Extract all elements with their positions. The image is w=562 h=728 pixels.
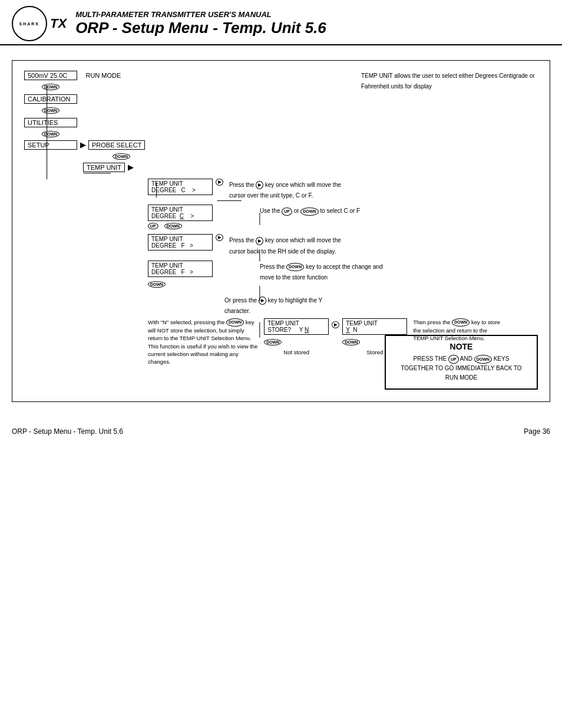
note-content: PRESS THE UP AND DOWN KEYS TOGETHER TO G… — [398, 354, 525, 383]
enter-btn-store: ▶ — [332, 321, 339, 328]
desc-4-block: Press the DOWN key to accept the change … — [260, 261, 389, 282]
desc-1-text: Press the ▶ key once which will move the… — [229, 182, 341, 199]
enter-arrow-2: ▶ — [128, 163, 133, 172]
footer-left: ORP - Setup Menu - Temp. Unit 5.6 — [12, 427, 123, 436]
logo-text: SHARK — [19, 22, 40, 26]
calibration-item: CALIBRATION — [24, 94, 77, 104]
desc-1-block: Press the ▶ key once which will move the… — [229, 179, 347, 200]
enter-btn-2: ▶ — [216, 234, 223, 241]
down-btn-lcd2: DOWN — [164, 223, 182, 229]
lcd-4-line2: DEGREE F > — [151, 269, 209, 275]
lcd-5: TEMP UNIT STORE? Y N — [264, 318, 329, 335]
lcd-1-line2: DEGREE C > — [151, 187, 209, 193]
lcd-2-line1: TEMP UNIT — [151, 206, 209, 213]
desc-5-text: Or press the ▶ key to highlight the Y ch… — [224, 297, 322, 314]
lcd-4-line1: TEMP UNIT — [151, 262, 209, 269]
down-btn-inline: DOWN — [300, 207, 318, 216]
page-footer: ORP - Setup Menu - Temp. Unit 5.6 Page 3… — [0, 423, 562, 440]
with-n-desc: With "N" selected, pressing the DOWN key… — [148, 318, 258, 366]
lcd-2: TEMP UNIT DEGREE C > — [148, 205, 213, 221]
desc-5-block: Or press the ▶ key to highlight the Y ch… — [224, 294, 342, 315]
header-text: MULTI-PARAMETER TRANSMITTER USER'S MANUA… — [75, 10, 326, 37]
footer-right: Page 36 — [524, 427, 550, 436]
lcd-5-line2: STORE? Y N — [267, 327, 325, 333]
down-btn-note: DOWN — [474, 355, 492, 364]
lcd-3-line1: TEMP UNIT — [151, 236, 209, 242]
down-btn-1: DOWN — [42, 84, 59, 90]
down-btn-2: DOWN — [42, 107, 59, 114]
utilities-item: UTILITIES — [24, 118, 77, 127]
lcd-6: TEMP UNIT Y N — [342, 318, 407, 335]
header-title: ORP - Setup Menu - Temp. Unit 5.6 — [75, 19, 326, 37]
temp-unit-desc-text: TEMP UNIT allows the user to select eith… — [361, 73, 535, 90]
down-btn-4: DOWN — [113, 153, 130, 160]
up-btn-note: UP — [448, 355, 459, 364]
run-mode-display: 500mV 25.0C — [24, 71, 77, 80]
shark-logo: SHARK — [12, 6, 47, 41]
logo-tx: TX — [50, 16, 67, 31]
run-mode-label: RUN MODE — [85, 72, 121, 79]
probe-select-box: PROBE SELECT — [88, 140, 145, 150]
page-header: SHARK TX MULTI-PARAMETER TRANSMITTER USE… — [0, 0, 562, 45]
diagram-box: TEMP UNIT allows the user to select eith… — [12, 60, 550, 402]
enter-arrow-1: ▶ — [80, 141, 85, 149]
desc-3-text: Press the ▶ key once which will move the… — [229, 237, 341, 254]
lcd-6-line1: TEMP UNIT — [346, 320, 404, 327]
lcd-4: TEMP UNIT DEGREE F > — [148, 261, 213, 277]
lcd-5-line1: TEMP UNIT — [267, 320, 325, 327]
lcd-1-line1: TEMP UNIT — [151, 180, 209, 187]
lcd-6-line2: Y N — [346, 327, 404, 333]
main-content: TEMP UNIT allows the user to select eith… — [0, 45, 562, 417]
enter-btn-1: ▶ — [216, 179, 223, 186]
note-title: NOTE — [398, 342, 525, 351]
lcd-3: TEMP UNIT DEGREE F > — [148, 234, 213, 251]
down-btn-store-n: DOWN — [264, 339, 282, 345]
lcd-2-line2: DEGREE C > — [151, 213, 209, 219]
setup-item: SETUP — [24, 140, 77, 150]
lcd-3-line2: DEGREE F > — [151, 242, 209, 249]
lcd-1: TEMP UNIT DEGREE C > — [148, 179, 213, 195]
enter-btn-inline-2: ▶ — [256, 237, 263, 245]
down-btn-inline-n: DOWN — [226, 318, 244, 327]
enter-btn-inline-1: ▶ — [256, 181, 263, 189]
enter-btn-inline-3: ▶ — [259, 297, 266, 305]
desc-2-text: Use the UP or DOWN to select C or F — [260, 207, 360, 214]
temp-unit-menu-item: TEMP UNIT — [83, 163, 125, 172]
down-btn-inline-store: DOWN — [452, 318, 470, 327]
not-stored-label: Not stored — [264, 349, 329, 355]
left-menu: 500mV 25.0C RUN MODE DOWN CALIBRATION DO… — [24, 70, 145, 175]
desc-4-text: Press the DOWN key to accept the change … — [260, 263, 383, 281]
down-btn-lcd4: DOWN — [148, 281, 166, 288]
note-box: NOTE PRESS THE UP AND DOWN KEYS TOGETHER… — [385, 335, 538, 390]
up-btn-inline: UP — [282, 207, 292, 216]
desc-3-block: Press the ▶ key once which will move the… — [229, 234, 347, 255]
down-btn-store-y: DOWN — [342, 339, 360, 345]
up-btn-1: UP — [148, 223, 158, 229]
desc-2-block: Use the UP or DOWN to select C or F — [260, 205, 389, 215]
header-subtitle: MULTI-PARAMETER TRANSMITTER USER'S MANUA… — [75, 10, 326, 19]
temp-unit-description: TEMP UNIT allows the user to select eith… — [361, 70, 538, 91]
down-btn-inline-2: DOWN — [286, 263, 304, 271]
down-btn-3: DOWN — [42, 131, 59, 137]
